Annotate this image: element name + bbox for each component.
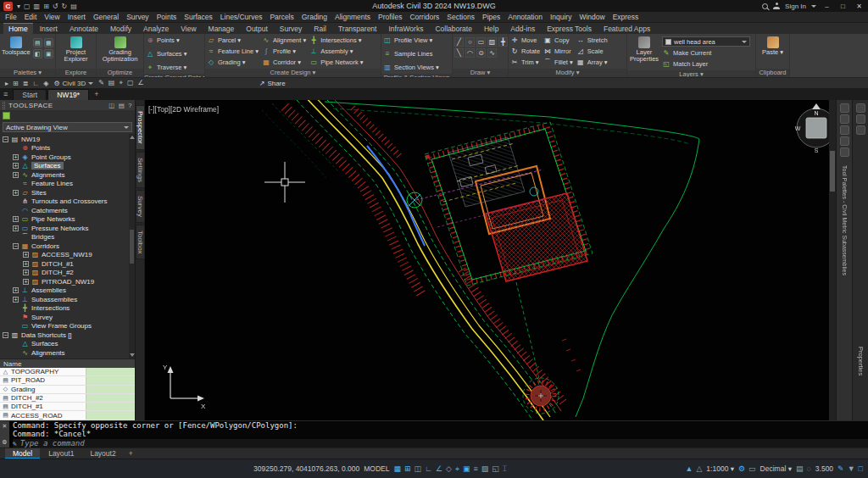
ui-filter-icon[interactable]: ▼	[848, 464, 855, 473]
drag-grip-icon[interactable]	[3, 102, 5, 109]
ribbon-tab[interactable]: Express Tools	[542, 23, 597, 34]
tree-item[interactable]: + ▨ DITCH_#1	[0, 259, 135, 269]
expand-icon[interactable]: +	[23, 252, 29, 258]
tree-item[interactable]: ⚑ Survey	[0, 313, 135, 322]
menu-item[interactable]: File	[5, 13, 17, 21]
palette-group-icon[interactable]	[840, 136, 849, 146]
tree-item[interactable]: ⊕ Points	[0, 144, 135, 153]
expand-icon[interactable]: +	[13, 154, 19, 160]
dynamic-input-icon[interactable]: ⌶	[503, 464, 507, 474]
menu-item[interactable]: Corridors	[409, 13, 439, 21]
workspace-switcher[interactable]: ⚙ Civil 3D	[53, 80, 93, 87]
list-item[interactable]: ◇ Grading	[0, 386, 135, 394]
panel-title-layers[interactable]: Layers ▾	[627, 70, 755, 77]
ribbon-tab[interactable]: Featured Apps	[598, 23, 655, 34]
expand-icon[interactable]: +	[13, 172, 19, 178]
ribbon-tab[interactable]: Annotate	[64, 23, 103, 34]
tree-item[interactable]: + ▨ DITCH_#2	[0, 269, 135, 278]
scroll-thumb[interactable]	[830, 151, 835, 192]
menu-item[interactable]: Lines/Curves	[220, 13, 263, 21]
expand-icon[interactable]: +	[23, 261, 29, 267]
list-item[interactable]: ▤ ACCESS_ROAD	[0, 411, 135, 420]
properties-group-icon[interactable]	[856, 103, 865, 113]
properties-bar[interactable]: Properties	[852, 100, 868, 420]
ribbon-button[interactable]: ≡ Sample Lines	[383, 48, 432, 59]
line-icon[interactable]: ╱	[454, 37, 464, 47]
ribbon-button[interactable]: ↔ Stretch	[576, 35, 608, 46]
graphics-performance-icon[interactable]: ✎	[837, 464, 844, 473]
tree-item[interactable]: + ⊥ Assemblies	[0, 286, 135, 296]
annotation-icon[interactable]: ✎	[98, 79, 104, 87]
panel-title-draw[interactable]: Draw ▾	[453, 69, 508, 77]
tool-palettes-bar[interactable]: Tool Palettes - Civil Metric Subassembli…	[836, 100, 852, 420]
menu-item[interactable]: Parcels	[270, 13, 293, 21]
expand-icon[interactable]: −	[3, 136, 8, 142]
expand-icon[interactable]: +	[13, 297, 19, 303]
expand-icon[interactable]	[13, 208, 19, 214]
tree-item[interactable]: ▭ View Frame Groups	[0, 322, 135, 331]
ribbon-button[interactable]: ⊥ Assembly ▾	[309, 46, 363, 57]
circle-icon[interactable]: ○	[465, 37, 475, 47]
tree-item[interactable]: − ▤ NW19	[0, 135, 135, 144]
app-menu-icon[interactable]: ▾	[17, 3, 20, 10]
ribbon-tab[interactable]: Transparent	[333, 23, 382, 34]
expand-icon[interactable]	[13, 145, 19, 151]
panel-menu-icon[interactable]: ▤	[119, 102, 125, 109]
ribbon-button[interactable]: ↻ Rotate	[510, 46, 540, 57]
redo-icon[interactable]: ↻	[62, 3, 68, 10]
expand-icon[interactable]	[13, 323, 19, 329]
expand-icon[interactable]	[13, 314, 19, 320]
expand-icon[interactable]	[13, 350, 19, 356]
tree-item[interactable]: + ▭ Pressure Networks	[0, 224, 135, 233]
toolspace-button[interactable]: Toolspace	[2, 35, 31, 56]
ribbon-button[interactable]: ⊕ Points ▾	[146, 35, 180, 46]
ribbon-tab[interactable]: InfraWorks	[383, 23, 428, 34]
viewport-controls[interactable]: [-][Top][2D Wireframe]	[148, 105, 219, 114]
tree-item[interactable]: ⋔ Turnouts and Crossovers	[0, 197, 135, 207]
event-viewer-icon[interactable]: ▣	[44, 49, 53, 58]
menu-item[interactable]: Sections	[447, 13, 475, 21]
infer-constraints-icon[interactable]: ◫	[415, 464, 422, 474]
tree-item[interactable]: + ⊥ Subassemblies	[0, 295, 135, 304]
menu-item[interactable]: Window	[579, 13, 604, 21]
ribbon-button[interactable]: ▭ Pipe Network ▾	[309, 57, 363, 68]
minimize-button[interactable]: –	[821, 3, 832, 10]
maximize-button[interactable]: □	[837, 3, 849, 10]
view-style-icon[interactable]: ◈	[43, 80, 48, 87]
annotation-monitor-icon[interactable]: ▭	[748, 464, 756, 473]
list-item[interactable]: ▤ DITCH_#2	[0, 394, 135, 403]
tree-item[interactable]: + ▱ Sites	[0, 188, 135, 197]
properties-palette-icon[interactable]: ▤	[33, 38, 42, 47]
project-explorer-button[interactable]: Project Explorer	[58, 35, 94, 63]
tree-item[interactable]: + △ Surfaces	[0, 162, 135, 171]
autoscale-icon[interactable]: △	[696, 464, 702, 473]
menu-item[interactable]: Pipes	[482, 13, 500, 21]
selection-cycling-icon[interactable]: ◱	[492, 464, 499, 474]
ribbon-button[interactable]: ∿ Alignment ▾	[262, 35, 306, 46]
signin-chevron-icon[interactable]	[811, 5, 816, 8]
tool-palettes-label[interactable]: Tool Palettes - Civil Metric Subassembli…	[842, 165, 848, 275]
palette-group-icon[interactable]	[840, 114, 849, 124]
properties-label[interactable]: Properties	[857, 347, 865, 375]
spline-icon[interactable]: ∿	[487, 48, 497, 58]
annotation-visibility-icon[interactable]: ▲	[686, 464, 693, 473]
workspace-gear-icon[interactable]: ⚙	[738, 464, 745, 473]
expand-icon[interactable]: +	[13, 225, 19, 231]
layout-tab[interactable]: Model	[5, 448, 40, 459]
expand-icon[interactable]: +	[13, 190, 19, 196]
ribbon-tab[interactable]: Rail	[309, 23, 331, 34]
ribbon-button[interactable]: ▥ Section Views ▾	[383, 62, 439, 73]
file-tab[interactable]: Start	[13, 89, 47, 100]
menu-item[interactable]: Edit	[25, 13, 37, 21]
new-icon[interactable]: ▢	[24, 3, 31, 10]
menu-item[interactable]: Survey	[126, 13, 148, 21]
ribbon-button[interactable]: ∫ Profile ▾	[262, 46, 306, 57]
palette-group-icon[interactable]	[840, 147, 849, 157]
menu-item[interactable]: Surfaces	[184, 13, 213, 21]
menu-item[interactable]: Profiles	[378, 13, 402, 21]
help-icon[interactable]: ?	[128, 102, 132, 109]
panel-title-palettes[interactable]: Palettes ▾	[0, 69, 55, 77]
tool-palettes-icon[interactable]: ▦	[44, 38, 53, 47]
plot-icon[interactable]: ▤	[70, 3, 77, 10]
expand-icon[interactable]: +	[23, 279, 29, 285]
